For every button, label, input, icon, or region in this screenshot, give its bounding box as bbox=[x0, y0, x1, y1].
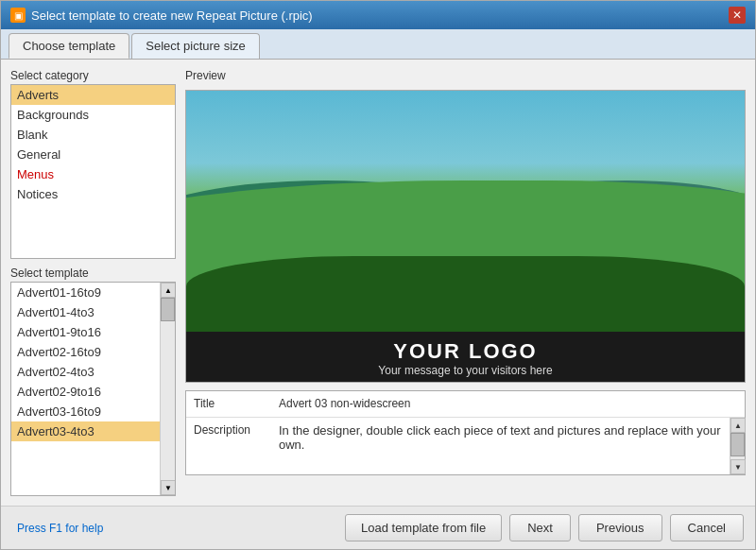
title-key: Title bbox=[186, 391, 271, 416]
description-key: Description bbox=[186, 418, 271, 442]
desc-scroll-down[interactable]: ▼ bbox=[730, 459, 746, 474]
template-item-7[interactable]: Advert03-4to3 bbox=[11, 421, 160, 441]
scroll-thumb[interactable] bbox=[161, 298, 175, 321]
category-section: Select category Adverts Backgrounds Blan… bbox=[10, 69, 176, 259]
load-template-button[interactable]: Load template from file bbox=[345, 514, 502, 541]
info-table: Title Advert 03 non-widescreen Descripti… bbox=[185, 390, 746, 475]
scroll-up-arrow[interactable]: ▲ bbox=[161, 283, 176, 298]
template-section: Select template Advert01-16to9 Advert01-… bbox=[10, 266, 176, 496]
title-bar: ▣ Select template to create new Repeat P… bbox=[1, 1, 755, 29]
desc-scroll-up[interactable]: ▲ bbox=[730, 418, 746, 433]
info-row-title: Title Advert 03 non-widescreen bbox=[186, 391, 745, 418]
hill-foreground bbox=[186, 256, 745, 332]
title-value: Advert 03 non-widescreen bbox=[271, 391, 745, 416]
desc-scroll-thumb[interactable] bbox=[730, 433, 745, 456]
info-row-description: Description In the designer, double clic… bbox=[186, 418, 745, 474]
template-item-2[interactable]: Advert01-9to16 bbox=[11, 322, 160, 342]
main-content: Select category Adverts Backgrounds Blan… bbox=[1, 60, 755, 506]
close-button[interactable]: ✕ bbox=[729, 7, 746, 24]
title-bar-left: ▣ Select template to create new Repeat P… bbox=[10, 8, 313, 23]
template-item-3[interactable]: Advert02-16to9 bbox=[11, 342, 160, 362]
tab-choose-template[interactable]: Choose template bbox=[9, 33, 129, 59]
left-panel: Select category Adverts Backgrounds Blan… bbox=[10, 69, 176, 496]
next-button[interactable]: Next bbox=[509, 514, 571, 541]
category-item-blank[interactable]: Blank bbox=[11, 125, 175, 145]
help-link[interactable]: Press F1 for help bbox=[12, 519, 108, 538]
template-list: Advert01-16to9 Advert01-4to3 Advert01-9t… bbox=[11, 283, 160, 495]
category-item-backgrounds[interactable]: Backgrounds bbox=[11, 105, 175, 125]
template-label: Select template bbox=[10, 266, 176, 280]
preview-landscape bbox=[186, 91, 745, 332]
app-icon: ▣ bbox=[10, 8, 26, 23]
preview-logo-bar: YOUR LOGO Your message to your visitors … bbox=[186, 332, 745, 383]
template-list-container: Advert01-16to9 Advert01-4to3 Advert01-9t… bbox=[10, 282, 176, 496]
category-item-menus[interactable]: Menus bbox=[11, 164, 175, 184]
description-value: In the designer, double click each piece… bbox=[271, 418, 745, 474]
preview-image: YOUR LOGO Your message to your visitors … bbox=[185, 90, 746, 383]
footer: Press F1 for help Load template from fil… bbox=[1, 506, 755, 549]
dialog: ▣ Select template to create new Repeat P… bbox=[0, 0, 756, 550]
tab-select-picture-size[interactable]: Select picture size bbox=[131, 33, 260, 59]
right-panel: Preview YOUR LOGO Your message to your v… bbox=[185, 69, 746, 496]
category-item-notices[interactable]: Notices bbox=[11, 184, 175, 204]
desc-scroll-track[interactable] bbox=[730, 433, 745, 459]
category-list[interactable]: Adverts Backgrounds Blank General Menus bbox=[10, 84, 176, 259]
category-label: Select category bbox=[10, 69, 176, 82]
template-item-1[interactable]: Advert01-4to3 bbox=[11, 302, 160, 322]
preview-label: Preview bbox=[185, 69, 746, 82]
scroll-down-arrow[interactable]: ▼ bbox=[161, 480, 176, 495]
template-item-0[interactable]: Advert01-16to9 bbox=[11, 283, 160, 302]
description-scrollbar[interactable]: ▲ ▼ bbox=[730, 418, 745, 474]
template-scrollbar[interactable]: ▲ ▼ bbox=[160, 283, 175, 495]
cancel-button[interactable]: Cancel bbox=[670, 514, 744, 541]
previous-button[interactable]: Previous bbox=[578, 514, 662, 541]
dialog-title: Select template to create new Repeat Pic… bbox=[31, 9, 313, 23]
scroll-track[interactable] bbox=[161, 298, 175, 480]
logo-sub: Your message to your visitors here bbox=[378, 364, 552, 377]
template-item-4[interactable]: Advert02-4to3 bbox=[11, 362, 160, 382]
tab-bar: Choose template Select picture size bbox=[1, 29, 755, 60]
template-item-6[interactable]: Advert03-16to9 bbox=[11, 402, 160, 421]
category-item-general[interactable]: General bbox=[11, 145, 175, 164]
logo-text: YOUR LOGO bbox=[393, 339, 537, 364]
template-item-5[interactable]: Advert02-9to16 bbox=[11, 382, 160, 402]
category-item-adverts[interactable]: Adverts bbox=[11, 85, 175, 105]
